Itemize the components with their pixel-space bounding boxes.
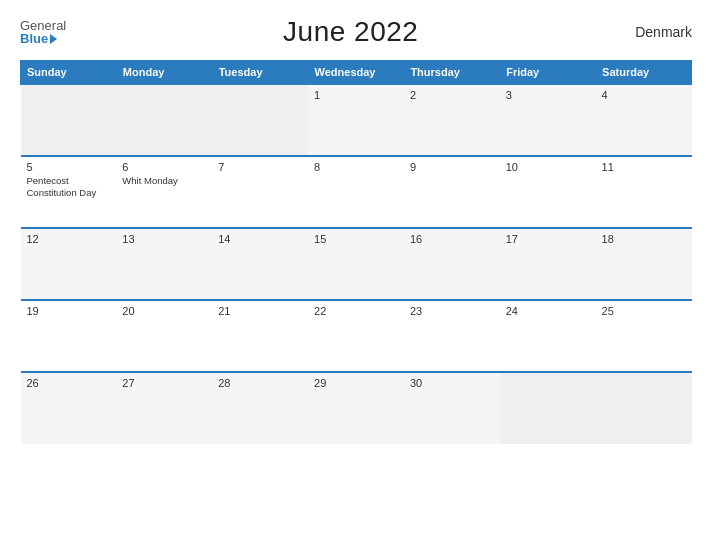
calendar-cell: 19 [21, 300, 117, 372]
logo-blue-text: Blue [20, 32, 66, 45]
logo-triangle-icon [50, 34, 57, 44]
calendar-cell [500, 372, 596, 444]
calendar-cell: 21 [212, 300, 308, 372]
day-number: 28 [218, 377, 302, 389]
calendar-week-5: 2627282930 [21, 372, 692, 444]
calendar-cell [21, 84, 117, 156]
day-number: 14 [218, 233, 302, 245]
day-number: 11 [602, 161, 686, 173]
calendar-cell: 18 [596, 228, 692, 300]
day-number: 16 [410, 233, 494, 245]
calendar-cell: 22 [308, 300, 404, 372]
col-sunday: Sunday [21, 61, 117, 85]
calendar-cell: 11 [596, 156, 692, 228]
event-label: Constitution Day [27, 187, 111, 199]
col-wednesday: Wednesday [308, 61, 404, 85]
calendar-cell: 25 [596, 300, 692, 372]
calendar-week-2: 5PentecostConstitution Day6Whit Monday78… [21, 156, 692, 228]
calendar-cell: 17 [500, 228, 596, 300]
calendar-cell: 1 [308, 84, 404, 156]
day-number: 22 [314, 305, 398, 317]
calendar-cell: 29 [308, 372, 404, 444]
day-number: 13 [122, 233, 206, 245]
calendar-cell: 6Whit Monday [116, 156, 212, 228]
calendar-week-4: 19202122232425 [21, 300, 692, 372]
calendar-cell: 5PentecostConstitution Day [21, 156, 117, 228]
calendar-cell: 12 [21, 228, 117, 300]
logo: General Blue [20, 19, 66, 45]
calendar-cell [116, 84, 212, 156]
day-number: 26 [27, 377, 111, 389]
calendar-week-1: 1234 [21, 84, 692, 156]
calendar-cell: 14 [212, 228, 308, 300]
calendar-cell [212, 84, 308, 156]
calendar-cell: 4 [596, 84, 692, 156]
day-number: 24 [506, 305, 590, 317]
day-number: 7 [218, 161, 302, 173]
day-number: 18 [602, 233, 686, 245]
day-number: 3 [506, 89, 590, 101]
day-number: 27 [122, 377, 206, 389]
header: General Blue June 2022 Denmark [20, 16, 692, 48]
day-number: 12 [27, 233, 111, 245]
month-title: June 2022 [283, 16, 418, 48]
calendar-cell: 23 [404, 300, 500, 372]
day-number: 20 [122, 305, 206, 317]
calendar-header-row: Sunday Monday Tuesday Wednesday Thursday… [21, 61, 692, 85]
calendar-cell [596, 372, 692, 444]
col-saturday: Saturday [596, 61, 692, 85]
calendar-cell: 16 [404, 228, 500, 300]
day-number: 30 [410, 377, 494, 389]
day-number: 1 [314, 89, 398, 101]
event-label: Whit Monday [122, 175, 206, 187]
day-number: 19 [27, 305, 111, 317]
day-number: 6 [122, 161, 206, 173]
day-number: 2 [410, 89, 494, 101]
calendar-cell: 26 [21, 372, 117, 444]
calendar-cell: 3 [500, 84, 596, 156]
calendar-cell: 28 [212, 372, 308, 444]
day-number: 5 [27, 161, 111, 173]
calendar-cell: 9 [404, 156, 500, 228]
col-thursday: Thursday [404, 61, 500, 85]
calendar-week-3: 12131415161718 [21, 228, 692, 300]
day-number: 15 [314, 233, 398, 245]
event-label: Pentecost [27, 175, 111, 187]
calendar-cell: 8 [308, 156, 404, 228]
calendar-cell: 27 [116, 372, 212, 444]
col-monday: Monday [116, 61, 212, 85]
day-number: 23 [410, 305, 494, 317]
day-number: 25 [602, 305, 686, 317]
country-label: Denmark [635, 24, 692, 40]
calendar-cell: 7 [212, 156, 308, 228]
col-tuesday: Tuesday [212, 61, 308, 85]
calendar-cell: 10 [500, 156, 596, 228]
day-number: 29 [314, 377, 398, 389]
day-number: 9 [410, 161, 494, 173]
calendar-cell: 15 [308, 228, 404, 300]
day-number: 21 [218, 305, 302, 317]
day-number: 8 [314, 161, 398, 173]
calendar-table: Sunday Monday Tuesday Wednesday Thursday… [20, 60, 692, 444]
calendar-cell: 20 [116, 300, 212, 372]
col-friday: Friday [500, 61, 596, 85]
calendar-cell: 24 [500, 300, 596, 372]
calendar-container: General Blue June 2022 Denmark Sunday Mo… [0, 0, 712, 550]
calendar-cell: 2 [404, 84, 500, 156]
day-number: 4 [602, 89, 686, 101]
day-number: 17 [506, 233, 590, 245]
calendar-cell: 13 [116, 228, 212, 300]
day-number: 10 [506, 161, 590, 173]
calendar-cell: 30 [404, 372, 500, 444]
